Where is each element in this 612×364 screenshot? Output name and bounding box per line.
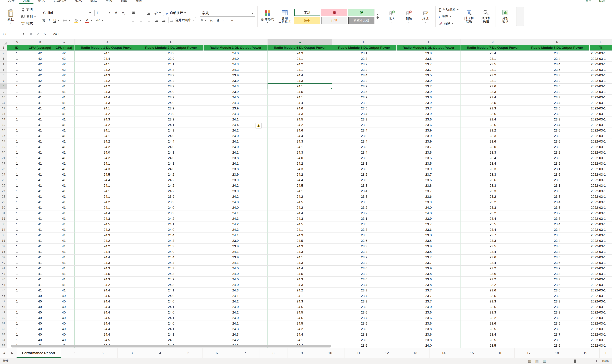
cell-A28[interactable]: 1 [7, 194, 27, 199]
cell-D29[interactable]: 24.2 [75, 199, 139, 205]
phonetic-guide-button[interactable]: abc̈ [95, 18, 104, 22]
cell-C25[interactable]: 41 [53, 177, 75, 183]
sheet-tab-13[interactable]: 13 [401, 348, 430, 358]
cell-C31[interactable]: 41 [53, 210, 75, 216]
cell-A6[interactable]: 1 [7, 73, 27, 78]
sheet-tab-14[interactable]: 14 [430, 348, 458, 358]
row-header-12[interactable]: 12 [0, 106, 7, 111]
cell-J22[interactable]: 23.4 [461, 161, 525, 166]
cell-L55[interactable]: 2022-03-1 [589, 343, 612, 348]
cell-B33[interactable]: 41 [27, 221, 53, 227]
cell-L32[interactable]: 2022-03-1 [589, 216, 612, 221]
cell-B46[interactable]: 40 [27, 293, 53, 299]
cell-D2[interactable]: 24.1 [75, 51, 139, 56]
cell-E36[interactable]: 24.3 [139, 238, 203, 244]
cell-G37[interactable]: 24.3 [268, 244, 332, 249]
row-header-2[interactable]: 2 [0, 51, 7, 56]
cell-K37[interactable]: 23.6 [525, 244, 589, 249]
cell-L39[interactable]: 2022-03-1 [589, 255, 612, 260]
cell-B53[interactable]: 40 [27, 332, 53, 337]
cell-L5[interactable]: 2022-03-1 [589, 67, 612, 73]
cell-A27[interactable]: 1 [7, 188, 27, 194]
cell-L11[interactable]: 2022-03-1 [589, 100, 612, 106]
cell-B34[interactable]: 41 [27, 227, 53, 233]
cell-J16[interactable]: 23.2 [461, 128, 525, 133]
cell-C36[interactable]: 41 [53, 238, 75, 244]
cell-L29[interactable]: 2022-03-1 [589, 199, 612, 205]
cell-L46[interactable]: 2022-03-1 [589, 293, 612, 299]
row-header-10[interactable]: 10 [0, 95, 7, 100]
sheet-tab-7[interactable]: 7 [231, 348, 259, 358]
cell-G44[interactable]: 24.3 [268, 282, 332, 288]
cell-D8[interactable]: 24.2 [75, 84, 139, 89]
cell-I41[interactable]: 23.9 [396, 266, 461, 271]
cell-L20[interactable]: 2022-03-1 [589, 150, 612, 155]
cell-B36[interactable]: 41 [27, 238, 53, 244]
page-break-view-icon[interactable]: ▥ [543, 359, 546, 363]
cell-F44[interactable]: 24.0 [203, 282, 268, 288]
cell-F14[interactable]: 24.1 [203, 117, 268, 122]
cell-I46[interactable]: 23.7 [396, 293, 461, 299]
column-header-H[interactable]: H [332, 39, 396, 45]
cell-H6[interactable]: 23.4 [332, 73, 396, 78]
cell-F42[interactable]: 24.0 [203, 271, 268, 277]
cell-J9[interactable]: 23.3 [461, 89, 525, 95]
cell-I5[interactable]: 23.7 [396, 67, 461, 73]
cell-K23[interactable]: 23.1 [525, 166, 589, 172]
cell-J44[interactable]: 23.2 [461, 282, 525, 288]
cell-E15[interactable]: 24.1 [139, 122, 203, 128]
cell-C50[interactable]: 40 [53, 315, 75, 321]
align-right-button[interactable] [146, 18, 152, 23]
header-cell-C[interactable]: CPU (max) [53, 45, 75, 51]
cell-F41[interactable]: 24.0 [203, 266, 268, 271]
cell-H32[interactable]: 23.1 [332, 216, 396, 221]
header-cell-G[interactable]: Radio Module 4 DL Output Power [268, 45, 332, 51]
increase-decimal-button[interactable]: ←.0 [221, 19, 228, 22]
spreadsheet-grid[interactable]: ABCDEFGHIJKL1IDCPU (average)CPU (max)Rad… [0, 39, 612, 348]
cell-F8[interactable]: 24.3 [203, 84, 268, 89]
enter-icon[interactable]: ✓ [37, 32, 40, 36]
cell-G35[interactable]: 24.3 [268, 233, 332, 238]
cell-K51[interactable]: 23.5 [525, 321, 589, 326]
cell-D51[interactable]: 24.4 [75, 321, 139, 326]
cell-F9[interactable]: 23.9 [203, 89, 268, 95]
cell-A29[interactable]: 1 [7, 199, 27, 205]
cell-C28[interactable]: 41 [53, 194, 75, 199]
row-header-47[interactable]: 47 [0, 299, 7, 304]
paste-button[interactable]: 粘贴 [3, 9, 18, 24]
cell-H21[interactable]: 23.5 [332, 155, 396, 161]
cell-J26[interactable]: 23.3 [461, 183, 525, 188]
cell-D19[interactable]: 24.2 [75, 144, 139, 150]
cell-D49[interactable]: 24.4 [75, 310, 139, 315]
cell-I27[interactable]: 23.7 [396, 188, 461, 194]
tab-home[interactable]: 开始 [19, 0, 33, 4]
cell-K28[interactable]: 23.3 [525, 194, 589, 199]
cell-I42[interactable]: 23.8 [396, 271, 461, 277]
cell-J4[interactable]: 23.5 [461, 62, 525, 67]
cell-K31[interactable]: 23.2 [525, 210, 589, 216]
cell-style-计算[interactable]: 计算 [321, 17, 347, 24]
sort-filter-button[interactable]: 排序和筛选 [462, 9, 476, 24]
cell-I26[interactable]: 23.8 [396, 183, 461, 188]
cell-H4[interactable]: 23.2 [332, 62, 396, 67]
zoom-slider[interactable]: − + [550, 359, 598, 363]
cell-C13[interactable]: 41 [53, 111, 75, 117]
cell-L2[interactable]: 2022-03-1 [589, 51, 612, 56]
cell-C18[interactable]: 41 [53, 139, 75, 144]
cell-H24[interactable]: 23.2 [332, 172, 396, 177]
cell-J6[interactable]: 23.2 [461, 73, 525, 78]
cell-A45[interactable]: 1 [7, 288, 27, 293]
cell-H25[interactable]: 23.3 [332, 177, 396, 183]
sheet-tab-8[interactable]: 8 [259, 348, 288, 358]
cell-G6[interactable]: 24.4 [268, 73, 332, 78]
cell-C29[interactable]: 41 [53, 199, 75, 205]
cell-J45[interactable]: 23.6 [461, 288, 525, 293]
bold-button[interactable]: B [41, 18, 46, 23]
row-header-9[interactable]: 9 [0, 89, 7, 95]
header-cell-A[interactable]: ID [7, 45, 27, 51]
cell-E27[interactable]: 24.2 [139, 188, 203, 194]
increase-indent-button[interactable] [161, 18, 167, 23]
cell-L16[interactable]: 2022-03-1 [589, 128, 612, 133]
percent-style-button[interactable]: % [209, 18, 214, 23]
cell-K48[interactable]: 23.5 [525, 304, 589, 310]
